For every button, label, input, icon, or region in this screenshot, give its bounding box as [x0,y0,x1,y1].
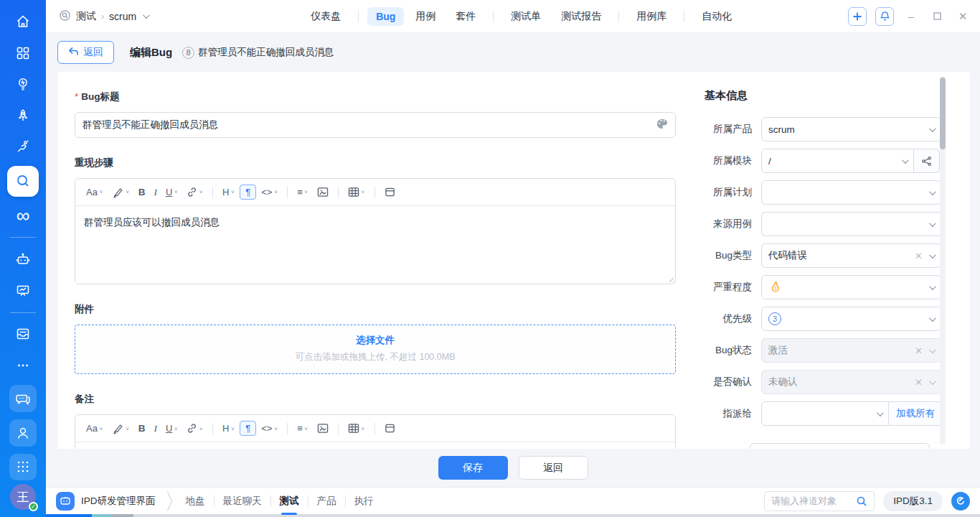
create-button[interactable] [848,7,867,26]
heading-button[interactable]: H∨ [219,185,238,200]
plan-select[interactable] [761,180,941,205]
bold-button[interactable]: B [135,185,149,200]
workspace-logo-icon[interactable] [56,492,75,511]
tab-dashboard[interactable]: 仪表盘 [302,6,349,27]
sidebar-item-mail[interactable] [7,320,39,349]
link-button[interactable]: ∨ [183,185,207,200]
sidebar-item-contacts[interactable] [9,419,37,447]
tab-case[interactable]: 用例 [407,6,444,27]
person-icon [15,425,31,441]
workspace-separator [166,492,176,511]
tab-automation[interactable]: 自动化 [693,6,740,27]
save-button[interactable]: 保存 [438,456,508,480]
severity-select[interactable]: 3 [761,275,941,299]
module-select[interactable]: / [761,149,914,173]
sidebar-item-testing[interactable] [7,166,39,197]
link-button[interactable]: ∨ [183,421,207,436]
font-style-button[interactable]: Aa∨ [83,185,107,200]
list-button[interactable]: ≡∨ [293,421,311,436]
version-pill[interactable]: IPD版3.1 [883,491,943,511]
return-button[interactable]: 返回 [519,456,588,480]
window-close-button[interactable]: ✕ [954,10,971,23]
sidebar-item-project[interactable] [7,101,39,130]
panel-scrollbar[interactable] [940,76,946,444]
window-maximize-button[interactable] [928,10,946,22]
font-style-button[interactable]: Aa∨ [83,421,107,436]
tab-testreport[interactable]: 测试报告 [552,6,610,27]
breadcrumb-app[interactable]: 测试 [76,10,96,23]
image-button[interactable] [314,185,332,200]
search-input[interactable] [765,495,849,506]
bottom-tab-product[interactable]: 产品 [314,495,339,508]
user-avatar[interactable]: 王 ✓ [10,484,36,510]
scrollbar-thumb[interactable] [940,78,946,149]
underline-button[interactable]: U∨ [162,421,182,436]
bold-button[interactable]: B [135,421,149,436]
italic-button[interactable]: I [150,421,161,437]
bottom-bar: IPD研发管理界面 地盘 最近聊天 测试 产品 执行 IPD版3.1 [46,487,980,514]
image-button[interactable] [314,421,332,436]
bottom-tab-testing[interactable]: 测试 [277,495,302,508]
search-icon[interactable] [849,491,874,511]
tab-testtask[interactable]: 测试单 [502,6,550,27]
module-tree-button[interactable] [914,149,940,173]
notification-bell-button[interactable] [875,7,894,26]
chevron-down-icon [929,251,936,258]
bug-title-input-wrap [75,112,676,138]
sidebar-item-app-grid[interactable] [9,454,37,481]
text-color-button[interactable]: ∨ [108,421,133,437]
code-button[interactable]: <>∨ [258,421,281,436]
text-color-button[interactable]: ∨ [108,185,133,200]
field-label: Bug状态 [696,344,752,357]
chevron-down-icon[interactable] [143,11,150,19]
sidebar-item-product[interactable] [7,70,39,98]
paragraph-button[interactable]: ¶ [240,185,256,200]
bottom-tab-dipan[interactable]: 地盘 [183,495,208,508]
paragraph-button[interactable]: ¶ [240,421,256,436]
sidebar-item-more[interactable] [7,351,39,380]
zentao-logo-icon[interactable] [951,492,970,511]
app-window: ∞ 王 ✓ [0,0,980,517]
file-upload-dropzone[interactable]: 选择文件 可点击添加或拖拽上传, 不超过 100.0MB [75,325,676,374]
bottom-tab-recent-chat[interactable]: 最近聊天 [220,495,265,508]
table-button[interactable]: ∨ [344,421,369,436]
clear-icon[interactable]: ✕ [915,251,923,261]
resize-handle[interactable] [666,275,674,282]
back-button[interactable]: 返回 [57,41,114,64]
sidebar-item-home[interactable] [7,7,39,36]
italic-button[interactable]: I [150,185,161,200]
source-case-select[interactable] [761,212,941,236]
choose-file-link[interactable]: 选择文件 [75,334,675,347]
sidebar-item-chat[interactable] [9,385,37,412]
fullscreen-card-button[interactable] [381,185,399,200]
steps-editor-content[interactable]: 群管理员应该可以撤回成员消息 [75,206,675,284]
bug-title-input[interactable] [83,120,656,131]
sidebar-divider [10,237,36,238]
assigned-to-select[interactable] [761,401,889,426]
fullscreen-card-button[interactable] [381,421,399,436]
bug-type-select[interactable]: 代码错误 ✕ [761,243,941,268]
workspace-name[interactable]: IPD研发管理界面 [81,495,156,508]
tab-caselib[interactable]: 用例库 [628,6,675,27]
sidebar-item-apps[interactable] [7,39,39,67]
sidebar-item-bi-report[interactable] [7,276,39,305]
sidebar-item-execution[interactable] [7,133,39,162]
code-button[interactable]: <>∨ [258,185,281,200]
list-button[interactable]: ≡∨ [293,185,311,200]
palette-icon[interactable] [656,118,668,133]
toolbar-divider [338,423,339,434]
tab-bug[interactable]: Bug [367,7,404,26]
sidebar-item-devops[interactable]: ∞ [7,201,39,230]
notes-editor-content[interactable] [75,442,675,449]
heading-button[interactable]: H∨ [219,421,238,436]
breadcrumb-project[interactable]: scrum [109,11,136,22]
sidebar-item-ai-robot[interactable] [7,245,39,274]
load-all-button[interactable]: 加载所有 [889,401,943,426]
priority-select[interactable]: 3 [761,307,941,331]
underline-button[interactable]: U∨ [162,185,182,200]
bottom-tab-execution[interactable]: 执行 [352,495,377,508]
tab-suite[interactable]: 套件 [447,6,484,27]
product-select[interactable]: scrum [761,117,941,141]
window-minimize-button[interactable]: – [903,10,920,22]
table-button[interactable]: ∨ [344,185,369,200]
